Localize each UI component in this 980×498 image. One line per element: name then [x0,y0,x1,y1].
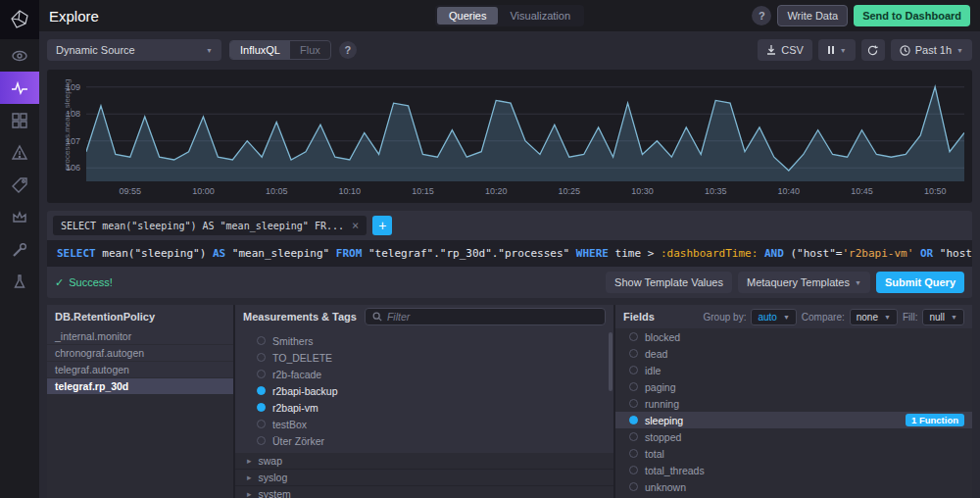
fill-dropdown[interactable]: null▼ [922,309,964,325]
unchecked-dot-icon[interactable] [629,449,638,458]
unchecked-dot-icon[interactable] [257,370,266,378]
unchecked-dot-icon[interactable] [629,466,638,474]
submit-query-button[interactable]: Submit Query [876,272,964,293]
sidebar-item-dashboards[interactable] [0,104,39,136]
unchecked-dot-icon[interactable] [629,332,638,341]
checked-dot-icon[interactable] [257,386,266,395]
sidebar-item-alerting[interactable] [0,136,39,169]
measurement-filter-input[interactable] [387,311,598,323]
tag-icon [11,176,28,194]
db-rp-item[interactable]: chronograf.autogen [47,345,233,361]
unchecked-dot-icon[interactable] [629,399,638,408]
db-retention-column: DB.RetentionPolicy _internal.monitorchro… [47,305,233,498]
influxql-button[interactable]: InfluxQL [230,41,290,59]
unchecked-dot-icon[interactable] [629,349,638,358]
measurement-item[interactable]: ▸system [235,486,613,498]
query-token: 'r2bapi-vm' [842,247,913,260]
unchecked-dot-icon[interactable] [257,336,266,345]
compare-dropdown[interactable]: none▼ [850,309,898,325]
unchecked-dot-icon[interactable] [629,366,638,374]
fields-controls: Group by: auto▼ Compare: none▼ Fill: nul… [704,309,965,325]
eye-icon [11,47,28,65]
crown-icon [11,209,28,226]
unchecked-dot-icon[interactable] [257,420,266,428]
tag-value-item[interactable]: r2bapi-vm [235,399,613,416]
tag-value-item[interactable]: r2bapi-backup [235,382,613,399]
sidebar-item-configuration[interactable] [0,233,39,266]
sidebar-item-admin[interactable] [0,201,39,233]
write-data-button[interactable]: Write Data [777,5,848,26]
field-item[interactable]: unknown [615,478,972,495]
tag-value-item[interactable]: Smithers [235,332,613,349]
measurement-item[interactable]: ▸swap [235,453,613,470]
chevron-down-icon: ▼ [855,279,861,286]
sidebar-item-data-explorer[interactable] [0,72,39,104]
field-item[interactable]: total [615,445,972,462]
field-item[interactable]: paging [615,378,972,395]
sidebar-item-status[interactable] [0,266,39,298]
db-rp-item[interactable]: _internal.monitor [47,328,233,344]
query-token: AND [764,247,791,260]
field-item[interactable]: stopped [615,428,972,445]
field-item[interactable]: blocked [615,328,972,345]
download-csv-button[interactable]: CSV [758,39,812,61]
scrollbar[interactable] [609,332,612,391]
unchecked-dot-icon[interactable] [257,353,266,362]
field-item[interactable]: sleeping1 Function [615,412,972,428]
chart-plot-area[interactable] [86,77,964,181]
pause-refresh-dropdown[interactable]: ▼ [818,39,856,61]
language-help-button[interactable]: ? [339,41,357,59]
tab-queries[interactable]: Queries [437,7,499,25]
add-query-button[interactable]: + [372,216,392,235]
unchecked-dot-icon[interactable] [629,432,638,441]
groupby-dropdown[interactable]: auto▼ [751,309,796,325]
field-item[interactable]: total_threads [615,462,972,478]
measurement-label: swap [259,455,283,467]
sidebar-item-host-list[interactable] [0,39,39,72]
checked-dot-icon[interactable] [257,403,266,412]
query-token: time > [615,247,661,260]
wrench-icon [11,241,28,259]
x-axis-tick: 10:40 [778,186,801,196]
tag-value-item[interactable]: TO_DELETE [235,349,613,366]
time-range-dropdown[interactable]: Past 1h ▼ [891,39,972,61]
x-axis-tick: 10:30 [631,186,654,196]
line-chart [86,77,964,181]
field-item[interactable]: running [615,395,972,412]
unchecked-dot-icon[interactable] [629,382,638,391]
function-count-badge[interactable]: 1 Function [906,414,964,426]
tag-value-item[interactable]: Üter Zörker [235,432,613,449]
measurements-column: Measurements & Tags SmithersTO_DELETEr2b… [233,305,613,498]
flux-button[interactable]: Flux [290,41,330,59]
chevron-right-icon: ▸ [247,456,252,466]
query-token: ("host"= [790,247,842,260]
app-logo[interactable] [0,0,39,39]
source-dropdown[interactable]: Dynamic Source ▼ [47,39,221,61]
db-rp-item[interactable]: telegraf.autogen [47,362,233,377]
field-item[interactable]: idle [615,362,972,378]
tag-value-item[interactable]: r2b-facade [235,366,613,382]
sidebar-item-log-viewer[interactable] [0,169,39,201]
field-item[interactable]: dead [615,345,972,362]
tag-value-item[interactable]: testBox [235,416,613,432]
checked-dot-icon[interactable] [629,416,638,424]
help-button[interactable]: ? [752,6,771,25]
page-title: Explore [49,8,99,25]
metaquery-templates-dropdown[interactable]: Metaquery Templates ▼ [738,272,870,293]
measurement-item[interactable]: ▸syslog [235,470,613,486]
download-icon [766,45,776,55]
unchecked-dot-icon[interactable] [257,436,266,445]
send-to-dashboard-button[interactable]: Send to Dashboard [854,5,970,26]
source-dropdown-value: Dynamic Source [56,44,135,56]
measurement-filter [365,308,606,325]
refresh-button[interactable] [861,39,885,61]
tab-visualization[interactable]: Visualization [498,7,582,25]
query-tab[interactable]: SELECT mean("sleeping") AS "mean_sleepin… [53,216,367,235]
show-template-values-button[interactable]: Show Template Values [606,272,732,293]
unchecked-dot-icon[interactable] [629,482,638,491]
db-rp-item[interactable]: telegraf.rp_30d [47,378,233,394]
x-axis-tick: 10:45 [851,186,873,196]
y-axis-tick: 109 [66,82,80,92]
close-icon[interactable]: × [352,219,359,232]
query-editor-input[interactable]: SELECT mean("sleeping") AS "mean_sleepin… [47,240,972,267]
